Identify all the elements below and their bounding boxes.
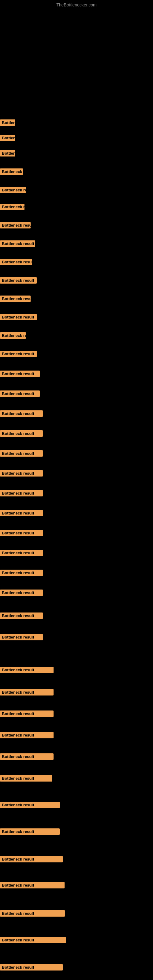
bottleneck-result-label: Bottleneck result <box>0 910 65 916</box>
bottleneck-result-label: Bottleneck result <box>0 296 30 302</box>
bottleneck-result-label: Bottleneck result <box>0 371 40 377</box>
bottleneck-result-label: Bottleneck result <box>0 351 37 357</box>
bottleneck-result-label: Bottleneck result <box>0 753 54 760</box>
bottleneck-result-label: Bottleneck result <box>0 937 66 943</box>
bottleneck-result-label: Bottleneck result <box>0 612 43 619</box>
bottleneck-result-label: Bottleneck result <box>0 732 54 738</box>
bottleneck-result-label: Bottleneck result <box>0 590 43 596</box>
bottleneck-result-label: Bottleneck result <box>0 187 26 193</box>
bottleneck-result-label: Bottleneck result <box>0 119 15 126</box>
bottleneck-result-label: Bottleneck result <box>0 667 54 673</box>
bottleneck-result-label: Bottleneck result <box>0 775 52 781</box>
bottleneck-result-label: Bottleneck result <box>0 277 37 283</box>
bottleneck-result-label: Bottleneck result <box>0 570 43 576</box>
bottleneck-result-label: Bottleneck result <box>0 470 43 477</box>
bottleneck-result-label: Bottleneck result <box>0 829 60 835</box>
bottleneck-result-label: Bottleneck result <box>0 450 43 457</box>
bottleneck-result-label: Bottleneck result <box>0 490 43 496</box>
bottleneck-result-label: Bottleneck result <box>0 550 43 556</box>
bottleneck-result-label: Bottleneck result <box>0 332 26 339</box>
bottleneck-result-label: Bottleneck result <box>0 240 35 247</box>
bottleneck-result-label: Bottleneck result <box>0 259 32 265</box>
bottleneck-result-label: Bottleneck result <box>0 856 63 862</box>
bottleneck-result-label: Bottleneck result <box>0 802 60 808</box>
site-title: TheBottlenecker.com <box>56 2 97 7</box>
bottleneck-result-label: Bottleneck result <box>0 530 43 536</box>
bottleneck-result-label: Bottleneck result <box>0 314 37 320</box>
bottleneck-result-label: Bottleneck result <box>0 689 54 695</box>
bottleneck-result-label: Bottleneck result <box>0 430 43 437</box>
bottleneck-result-label: Bottleneck result <box>0 882 65 888</box>
bottleneck-result-label: Bottleneck result <box>0 390 40 397</box>
bottleneck-result-label: Bottleneck result <box>0 410 43 417</box>
bottleneck-result-label: Bottleneck result <box>0 150 15 156</box>
bottleneck-result-label: Bottleneck result <box>0 169 23 175</box>
bottleneck-result-label: Bottleneck result <box>0 135 15 141</box>
bottleneck-result-label: Bottleneck result <box>0 204 24 210</box>
bottleneck-result-label: Bottleneck result <box>0 634 43 640</box>
bottleneck-result-label: Bottleneck result <box>0 510 43 516</box>
bottleneck-result-label: Bottleneck result <box>0 964 63 970</box>
bottleneck-result-label: Bottleneck result <box>0 222 30 229</box>
bottleneck-result-label: Bottleneck result <box>0 711 54 717</box>
